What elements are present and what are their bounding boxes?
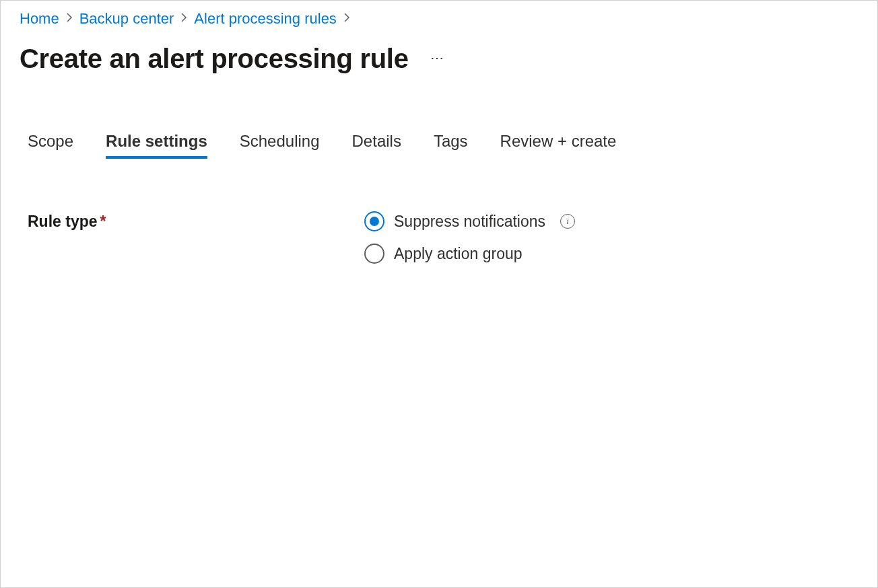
tab-scope[interactable]: Scope [28,132,73,159]
tab-details[interactable]: Details [352,132,401,159]
radio-label: Suppress notifications [394,213,545,231]
rule-type-radio-group: Suppress notifications i Apply action gr… [364,211,575,264]
required-star: * [100,213,106,230]
page-title: Create an alert processing rule [20,44,409,74]
breadcrumb-home[interactable]: Home [20,10,59,28]
radio-apply-action-group[interactable]: Apply action group [364,244,575,264]
chevron-right-icon [180,13,187,25]
page-title-row: Create an alert processing rule ⋯ [1,32,877,79]
tab-tags[interactable]: Tags [434,132,468,159]
breadcrumb: Home Backup center Alert processing rule… [1,1,877,32]
radio-icon [364,211,384,231]
radio-icon [364,244,384,264]
more-icon[interactable]: ⋯ [430,50,445,69]
breadcrumb-alert-processing-rules[interactable]: Alert processing rules [194,10,337,28]
tabs: Scope Rule settings Scheduling Details T… [1,79,877,159]
breadcrumb-backup-center[interactable]: Backup center [79,10,174,28]
chevron-right-icon [343,13,350,25]
rule-type-label: Rule type* [28,211,364,231]
chevron-right-icon [66,13,73,25]
tab-review-create[interactable]: Review + create [500,132,617,159]
radio-suppress-notifications[interactable]: Suppress notifications i [364,211,575,231]
form-row-rule-type: Rule type* Suppress notifications i Appl… [28,211,850,264]
form-area: Rule type* Suppress notifications i Appl… [1,159,877,264]
radio-label: Apply action group [394,245,522,263]
info-icon[interactable]: i [560,214,575,229]
tab-scheduling[interactable]: Scheduling [240,132,320,159]
tab-rule-settings[interactable]: Rule settings [106,132,207,159]
